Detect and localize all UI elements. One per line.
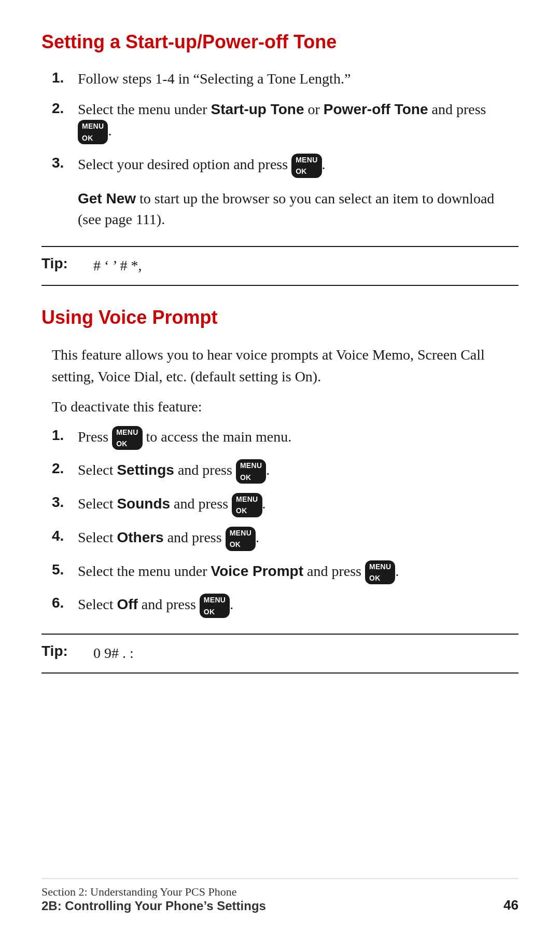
step-text: Press MENUOK to access the main menu.	[78, 426, 519, 450]
tip-row-1: Tip: # ‘ ’ # *,	[41, 246, 519, 286]
section2-steps: 1. Press MENUOK to access the main menu.…	[41, 426, 519, 619]
step-number: 2.	[52, 99, 78, 117]
step-number: 3.	[52, 493, 78, 511]
step-text: Select Off and press MENUOK.	[78, 594, 519, 618]
sub-note: Get New to start up the browser so you c…	[78, 188, 519, 230]
bold-others: Others	[117, 529, 163, 545]
footer-chapter-label: 2B: Controlling Your Phone’s Settings	[41, 899, 266, 913]
intro-text-2: To deactivate this feature:	[41, 396, 519, 418]
step-text: Select Others and press MENUOK.	[78, 527, 519, 551]
menu-ok-button: MENUOK	[365, 560, 395, 585]
step-2-5: 5. Select the menu under Voice Prompt an…	[41, 560, 519, 585]
menu-ok-button: MENUOK	[236, 459, 266, 484]
menu-ok-button: MENUOK	[232, 493, 262, 517]
step-text: Select the menu under Start-up Tone or P…	[78, 99, 519, 144]
section2-title: Using Voice Prompt	[41, 307, 519, 328]
menu-ok-button: MENUOK	[226, 527, 256, 551]
tip-label-2: Tip:	[41, 643, 83, 660]
footer-left: Section 2: Understanding Your PCS Phone …	[41, 885, 266, 913]
step-text: Select Sounds and press MENUOK.	[78, 493, 519, 517]
intro-text-1: This feature allows you to hear voice pr…	[41, 344, 519, 388]
tip-text-2: 0 9# . :	[93, 643, 134, 664]
step-number: 3.	[52, 154, 78, 171]
step-1-1: 1. Follow steps 1-4 in “Selecting a Tone…	[41, 68, 519, 90]
step-number: 5.	[52, 560, 78, 578]
step-number: 6.	[52, 594, 78, 611]
menu-ok-button: MENUOK	[112, 426, 142, 450]
step-text: Select Settings and press MENUOK.	[78, 459, 519, 484]
page-content: Setting a Start-up/Power-off Tone 1. Fol…	[0, 0, 560, 741]
bold-start-up-tone: Start-up Tone	[211, 101, 304, 117]
menu-ok-button: MENUOK	[291, 154, 321, 178]
bold-settings: Settings	[117, 462, 174, 478]
sub-note-text: to start up the browser so you can selec…	[78, 190, 494, 228]
step-text: Select the menu under Voice Prompt and p…	[78, 560, 519, 585]
footer-section-label: Section 2: Understanding Your PCS Phone	[41, 885, 266, 899]
step-2-2: 2. Select Settings and press MENUOK.	[41, 459, 519, 484]
step-text: Select your desired option and press MEN…	[78, 154, 519, 178]
step-2-3: 3. Select Sounds and press MENUOK.	[41, 493, 519, 517]
tip-text: # ‘ ’ # *,	[93, 255, 142, 277]
step-1-3: 3. Select your desired option and press …	[41, 154, 519, 178]
tip-label: Tip:	[41, 255, 83, 272]
footer-page-number: 46	[503, 897, 519, 913]
step-text: Follow steps 1-4 in “Selecting a Tone Le…	[78, 68, 519, 90]
step-number: 2.	[52, 459, 78, 477]
section-startup-tone: Setting a Start-up/Power-off Tone 1. Fol…	[41, 31, 519, 286]
menu-ok-button: MENUOK	[78, 120, 108, 144]
menu-ok-button: MENUOK	[200, 594, 230, 618]
section-voice-prompt: Using Voice Prompt This feature allows y…	[41, 307, 519, 674]
step-2-4: 4. Select Others and press MENUOK.	[41, 527, 519, 551]
step-1-2: 2. Select the menu under Start-up Tone o…	[41, 99, 519, 144]
step-2-6: 6. Select Off and press MENUOK.	[41, 594, 519, 618]
sub-note-bold: Get New	[78, 190, 136, 207]
tip-row-2: Tip: 0 9# . :	[41, 634, 519, 674]
step-number: 1.	[52, 426, 78, 444]
bold-voice-prompt: Voice Prompt	[211, 562, 303, 579]
bold-power-off-tone: Power-off Tone	[324, 101, 428, 117]
step-number: 1.	[52, 68, 78, 86]
section1-title: Setting a Start-up/Power-off Tone	[41, 31, 519, 53]
bold-off: Off	[117, 596, 137, 612]
step-2-1: 1. Press MENUOK to access the main menu.	[41, 426, 519, 450]
step-number: 4.	[52, 527, 78, 544]
bold-sounds: Sounds	[117, 496, 170, 512]
page-footer: Section 2: Understanding Your PCS Phone …	[41, 878, 519, 913]
section1-steps: 1. Follow steps 1-4 in “Selecting a Tone…	[41, 68, 519, 178]
